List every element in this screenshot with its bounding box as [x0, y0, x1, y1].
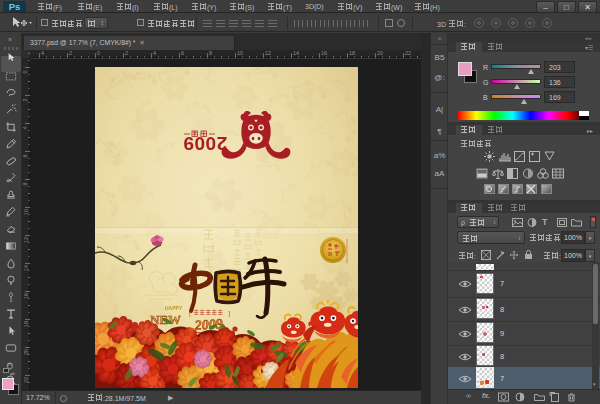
svg-text:]: ] — [228, 309, 230, 317]
svg-text:HAPPY: HAPPY — [165, 305, 183, 311]
